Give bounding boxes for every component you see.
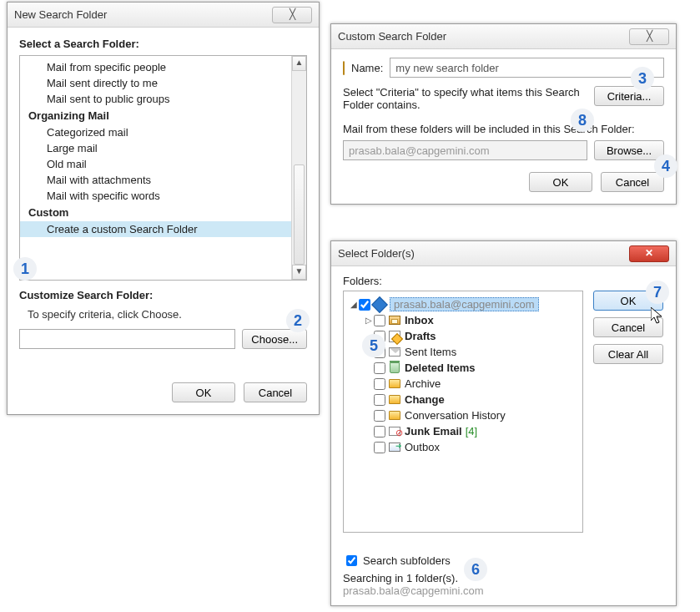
folder-checkbox[interactable]	[374, 331, 385, 342]
search-subfolders-label: Search subfolders	[363, 554, 451, 567]
scroll-down-icon[interactable]: ▼	[292, 265, 306, 280]
root-label[interactable]: prasab.bala@capgemini.com	[390, 297, 539, 311]
drafts-icon	[388, 330, 401, 343]
list-item[interactable]: Mail from specific people	[20, 59, 306, 75]
tree-item-change[interactable]: Change	[364, 392, 577, 407]
search-subfolders-checkbox[interactable]	[346, 555, 357, 566]
cancel-button[interactable]: Cancel	[601, 172, 664, 192]
folder-label: Sent Items	[405, 346, 456, 358]
customize-input[interactable]	[19, 329, 235, 349]
folder-checkbox[interactable]	[374, 394, 385, 406]
ok-button[interactable]: OK	[593, 291, 663, 311]
cancel-button[interactable]: Cancel	[593, 317, 663, 337]
tree-item-deleted[interactable]: Deleted Items	[364, 360, 577, 376]
scrollbar[interactable]: ▲ ▼	[291, 56, 306, 280]
dialog-title: New Search Folder	[14, 8, 272, 21]
folder-checkbox[interactable]	[374, 362, 385, 374]
custom-search-folder-dialog: Custom Search Folder ╳ Name: Select "Cri…	[330, 23, 677, 205]
list-item[interactable]: Large mail	[20, 140, 306, 156]
tree-item-conversation-history[interactable]: Conversation History	[364, 407, 577, 423]
search-folder-listbox[interactable]: Mail from specific peopleMail sent direc…	[19, 55, 307, 281]
folder-label: Outbox	[405, 441, 440, 453]
close-button[interactable]: ╳	[272, 7, 312, 23]
folder-label: Junk Email	[405, 425, 462, 438]
collapse-icon[interactable]: ◢	[349, 300, 359, 309]
searching-in-label: Searching in 1 folder(s).	[343, 572, 664, 584]
search-subfolders-row[interactable]: Search subfolders	[343, 553, 664, 569]
tree-item-junk[interactable]: Junk Email [4]	[364, 423, 577, 439]
dialog-title: Select Folder(s)	[338, 247, 629, 260]
tree-item-outbox[interactable]: Outbox	[364, 439, 577, 455]
junk-count: [4]	[466, 425, 477, 438]
list-header: Organizing Mail	[20, 107, 306, 124]
trash-icon	[388, 362, 401, 375]
criteria-button[interactable]: Criteria...	[594, 86, 664, 106]
close-button[interactable]: ╳	[629, 28, 669, 45]
folder-checkbox[interactable]	[374, 410, 385, 422]
folder-icon	[388, 377, 401, 391]
list-item[interactable]: Categorized mail	[20, 124, 306, 140]
folder-tree[interactable]: ◢ prasab.bala@capgemini.com ▷ Inbox	[343, 291, 583, 533]
close-button[interactable]: ✕	[629, 245, 669, 262]
folder-label: Conversation History	[405, 409, 506, 422]
tree-item-sent[interactable]: Sent Items	[364, 344, 577, 360]
outlook-icon	[373, 298, 386, 311]
sent-icon	[388, 346, 401, 359]
folder-label: Change	[405, 393, 445, 406]
mail-path-input	[343, 140, 587, 160]
name-label: Name:	[351, 62, 383, 74]
folder-label: Inbox	[405, 314, 434, 326]
folder-checkbox[interactable]	[374, 315, 385, 326]
searching-path: prasab.bala@capgemini.com	[343, 584, 664, 597]
name-input[interactable]	[390, 58, 664, 78]
cancel-button[interactable]: Cancel	[244, 382, 307, 402]
folder-label: Drafts	[405, 330, 436, 342]
select-search-folder-label: Select a Search Folder:	[19, 38, 307, 50]
ok-button[interactable]: OK	[529, 172, 592, 192]
customize-description: To specify criteria, click Choose.	[28, 308, 307, 321]
select-folders-dialog: Select Folder(s) ✕ Folders: ◢ prasab.bal…	[330, 240, 677, 606]
customize-search-folder-label: Customize Search Folder:	[19, 289, 307, 301]
root-checkbox[interactable]	[359, 299, 370, 311]
tree-item-inbox[interactable]: ▷ Inbox	[364, 312, 577, 328]
mail-from-label: Mail from these folders will be included…	[343, 123, 664, 135]
folder-label: Deleted Items	[405, 362, 476, 374]
folder-icon	[343, 62, 345, 74]
folder-icon	[388, 393, 401, 407]
outbox-icon	[388, 441, 401, 454]
folder-checkbox[interactable]	[374, 426, 385, 438]
list-item[interactable]: Create a custom Search Folder	[20, 221, 306, 237]
clear-all-button[interactable]: Clear All	[593, 344, 663, 364]
scroll-up-icon[interactable]: ▲	[292, 56, 306, 71]
list-item[interactable]: Mail with attachments	[20, 172, 306, 188]
titlebar: Select Folder(s) ✕	[331, 241, 676, 266]
folder-label: Archive	[405, 377, 441, 390]
tree-item-archive[interactable]: Archive	[364, 376, 577, 392]
new-search-folder-dialog: New Search Folder ╳ Select a Search Fold…	[7, 2, 320, 415]
tree-item-drafts[interactable]: Drafts	[364, 328, 577, 344]
list-item[interactable]: Mail with specific words	[20, 188, 306, 204]
ok-button[interactable]: OK	[172, 382, 235, 402]
junk-icon	[388, 425, 401, 438]
criteria-instruction: Select "Criteria" to specify what items …	[343, 86, 586, 111]
folder-checkbox[interactable]	[374, 346, 385, 358]
folders-label: Folders:	[343, 275, 664, 287]
browse-button[interactable]: Browse...	[594, 140, 664, 160]
list-item[interactable]: Mail sent directly to me	[20, 75, 306, 91]
expand-icon[interactable]: ▷	[364, 316, 374, 325]
list-item[interactable]: Old mail	[20, 156, 306, 172]
dialog-title: Custom Search Folder	[338, 30, 629, 43]
titlebar: Custom Search Folder ╳	[331, 24, 676, 49]
titlebar: New Search Folder ╳	[8, 3, 319, 28]
scroll-thumb[interactable]	[294, 164, 305, 265]
folder-checkbox[interactable]	[374, 378, 385, 390]
folder-icon	[388, 409, 401, 422]
list-header: Custom	[20, 204, 306, 221]
inbox-icon	[388, 314, 401, 327]
choose-button[interactable]: Choose...	[242, 329, 307, 349]
folder-checkbox[interactable]	[374, 442, 385, 453]
list-item[interactable]: Mail sent to public groups	[20, 91, 306, 107]
tree-root[interactable]: ◢ prasab.bala@capgemini.com	[349, 296, 577, 312]
